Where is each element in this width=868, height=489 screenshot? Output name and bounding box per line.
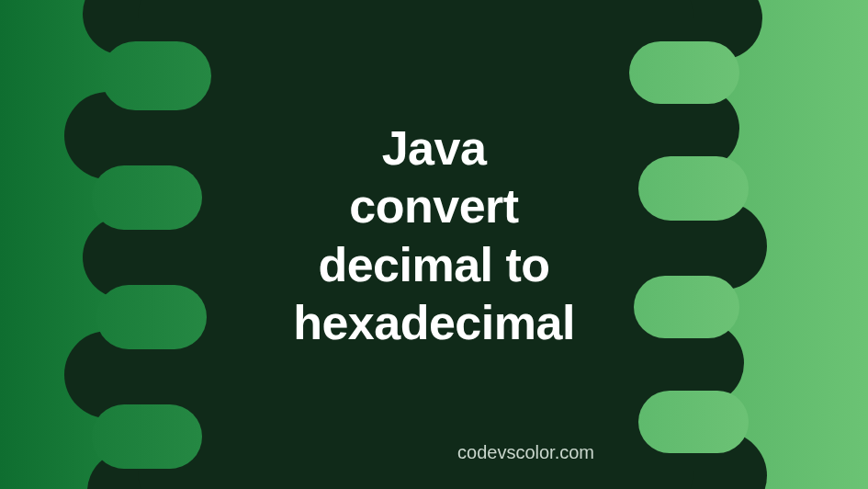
title-line: hexadecimal (0, 294, 868, 352)
blob-dent (101, 41, 211, 110)
banner-title: Java convert decimal to hexadecimal (0, 119, 868, 353)
title-line: convert (0, 177, 868, 235)
title-line: Java (0, 119, 868, 177)
blob-dent (629, 41, 739, 104)
banner-canvas: Java convert decimal to hexadecimal code… (0, 0, 868, 489)
watermark-text: codevscolor.com (0, 442, 868, 463)
title-line: decimal to (0, 236, 868, 294)
